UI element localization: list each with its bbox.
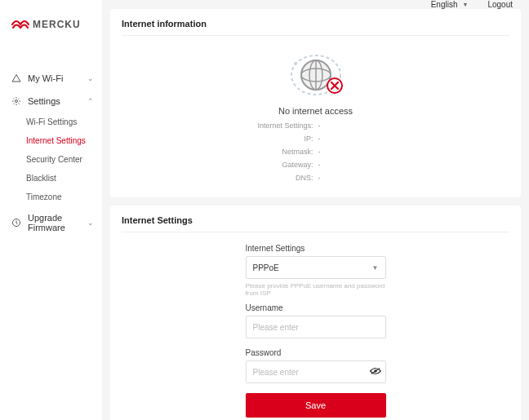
card-title: Internet information [122, 19, 509, 36]
chevron-down-icon: ⌄ [87, 74, 94, 82]
sidebar-item-internet-settings[interactable]: Internet Settings [0, 131, 102, 150]
error-badge-icon [326, 77, 344, 98]
save-button[interactable]: Save [246, 393, 386, 418]
info-row-dns: DNS:- [122, 171, 509, 184]
chevron-down-icon: ⌄ [87, 219, 94, 227]
gear-icon [11, 96, 21, 106]
chevron-up-icon: ⌃ [87, 97, 94, 105]
password-label: Password [246, 348, 386, 357]
update-icon [11, 218, 21, 228]
settings-form: Internet Settings PPPoE ▼ Please provide… [246, 244, 386, 418]
main-content: English ▼ Logout Internet information [102, 0, 529, 420]
sidebar-item-wifi-settings[interactable]: Wi-Fi Settings [0, 113, 102, 131]
card-title: Internet Settings [122, 215, 509, 232]
password-input[interactable] [246, 360, 386, 383]
sidebar: MERCKU My Wi-Fi ⌄ Settings [0, 0, 102, 420]
nav-label: My Wi-Fi [28, 73, 63, 83]
brand-logo: MERCKU [0, 12, 102, 46]
language-selector[interactable]: English ▼ [431, 0, 469, 9]
side-nav: My Wi-Fi ⌄ Settings ⌃ Wi-Fi Settings Int… [0, 46, 102, 239]
nav-item-settings[interactable]: Settings ⌃ [0, 90, 102, 113]
language-label: English [431, 0, 458, 9]
info-row-settings: Internet Settings:- [122, 119, 509, 132]
nav-label: Settings [28, 96, 60, 106]
no-internet-illustration [283, 47, 349, 104]
info-row-netmask: Netmask:- [122, 145, 509, 158]
nav-label: Upgrade Firmware [28, 213, 87, 232]
svg-point-0 [16, 100, 18, 103]
internet-status-text: No internet access [278, 106, 353, 116]
sidebar-item-blacklist[interactable]: Blacklist [0, 169, 102, 188]
internet-information-card: Internet information [110, 9, 521, 197]
sidebar-item-timezone[interactable]: Timezone [0, 188, 102, 206]
info-row-gateway: Gateway:- [122, 158, 509, 171]
sidebar-item-security-center[interactable]: Security Center [0, 150, 102, 169]
svg-point-7 [294, 62, 297, 65]
brand-mark-icon [11, 17, 29, 32]
logout-link[interactable]: Logout [487, 0, 513, 9]
internet-mode-select[interactable]: PPPoE ▼ [246, 256, 386, 279]
caret-down-icon: ▼ [462, 2, 468, 7]
wifi-icon [11, 73, 21, 83]
username-label: Username [246, 303, 386, 312]
info-row-ip: IP:- [122, 132, 509, 145]
mode-label: Internet Settings [246, 244, 386, 253]
caret-down-icon: ▼ [372, 264, 379, 272]
pppoe-hint: Please provide PPPoE username and passwo… [246, 282, 386, 297]
toggle-password-visibility-icon[interactable] [370, 367, 381, 377]
top-bar: English ▼ Logout [110, 0, 521, 9]
username-input[interactable] [246, 316, 386, 338]
nav-item-upgrade-firmware[interactable]: Upgrade Firmware ⌄ [0, 206, 102, 239]
nav-item-my-wifi[interactable]: My Wi-Fi ⌄ [0, 67, 102, 90]
select-value: PPPoE [253, 263, 279, 272]
internet-settings-card: Internet Settings Internet Settings PPPo… [110, 206, 521, 420]
brand-name: MERCKU [33, 19, 81, 30]
